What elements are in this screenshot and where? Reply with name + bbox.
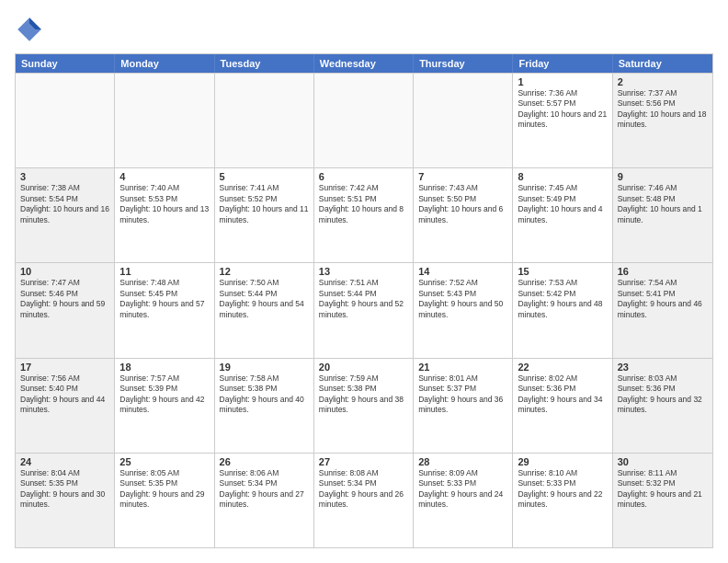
day-info: Sunrise: 7:43 AM Sunset: 5:50 PM Dayligh… [418,183,507,225]
day-info: Sunrise: 7:36 AM Sunset: 5:57 PM Dayligh… [518,88,607,131]
day-number: 29 [518,456,607,467]
calendar-cell: 4Sunrise: 7:40 AM Sunset: 5:53 PM Daylig… [115,168,214,262]
day-number: 26 [220,456,309,467]
day-number: 2 [618,76,708,87]
day-info: Sunrise: 7:37 AM Sunset: 5:56 PM Dayligh… [618,88,708,131]
day-number: 11 [119,266,209,277]
calendar-cell: 13Sunrise: 7:51 AM Sunset: 5:44 PM Dayli… [314,263,414,357]
calendar-cell: 1Sunrise: 7:36 AM Sunset: 5:57 PM Daylig… [513,74,612,167]
weekday-header-tuesday: Tuesday [215,54,314,73]
calendar-cell: 6Sunrise: 7:42 AM Sunset: 5:51 PM Daylig… [314,168,414,262]
day-info: Sunrise: 8:01 AM Sunset: 5:37 PM Dayligh… [418,373,507,416]
calendar-cell [115,74,214,167]
day-number: 16 [618,266,708,277]
day-number: 1 [518,76,607,87]
calendar-cell: 19Sunrise: 7:58 AM Sunset: 5:38 PM Dayli… [215,359,314,453]
day-info: Sunrise: 7:46 AM Sunset: 5:48 PM Dayligh… [618,183,708,225]
weekday-header-wednesday: Wednesday [314,54,414,73]
day-info: Sunrise: 8:09 AM Sunset: 5:33 PM Dayligh… [418,468,507,511]
day-number: 7 [418,171,507,182]
day-info: Sunrise: 7:45 AM Sunset: 5:49 PM Dayligh… [518,183,607,225]
day-number: 25 [119,456,209,467]
logo [15,15,48,44]
day-info: Sunrise: 7:53 AM Sunset: 5:42 PM Dayligh… [518,278,607,320]
calendar-row-5: 24Sunrise: 8:04 AM Sunset: 5:35 PM Dayli… [16,453,712,547]
calendar-cell [16,74,115,167]
day-number: 21 [418,362,507,373]
day-number: 28 [418,456,507,467]
calendar: SundayMondayTuesdayWednesdayThursdayFrid… [15,53,713,548]
day-number: 10 [20,266,109,277]
calendar-cell [414,74,513,167]
day-number: 19 [220,362,309,373]
calendar-cell: 15Sunrise: 7:53 AM Sunset: 5:42 PM Dayli… [513,263,612,357]
calendar-cell: 7Sunrise: 7:43 AM Sunset: 5:50 PM Daylig… [414,168,513,262]
calendar-cell [215,74,314,167]
day-info: Sunrise: 8:08 AM Sunset: 5:34 PM Dayligh… [319,468,408,511]
calendar-cell: 12Sunrise: 7:50 AM Sunset: 5:44 PM Dayli… [215,263,314,357]
day-info: Sunrise: 7:59 AM Sunset: 5:38 PM Dayligh… [319,373,408,416]
day-info: Sunrise: 7:57 AM Sunset: 5:39 PM Dayligh… [119,373,209,416]
day-number: 9 [618,171,708,182]
day-info: Sunrise: 8:02 AM Sunset: 5:36 PM Dayligh… [518,373,607,416]
day-number: 23 [618,362,708,373]
calendar-cell [314,74,414,167]
day-number: 20 [319,362,408,373]
page: SundayMondayTuesdayWednesdayThursdayFrid… [0,0,728,563]
calendar-cell: 30Sunrise: 8:11 AM Sunset: 5:32 PM Dayli… [613,454,712,547]
weekday-header-monday: Monday [115,54,214,73]
logo-icon [15,15,44,44]
weekday-header-thursday: Thursday [414,54,513,73]
calendar-cell: 23Sunrise: 8:03 AM Sunset: 5:36 PM Dayli… [613,359,712,453]
calendar-cell: 9Sunrise: 7:46 AM Sunset: 5:48 PM Daylig… [613,168,712,262]
day-number: 12 [220,266,309,277]
calendar-cell: 11Sunrise: 7:48 AM Sunset: 5:45 PM Dayli… [115,263,214,357]
day-info: Sunrise: 7:41 AM Sunset: 5:52 PM Dayligh… [220,183,309,225]
day-info: Sunrise: 8:06 AM Sunset: 5:34 PM Dayligh… [220,468,309,511]
day-number: 18 [119,362,209,373]
calendar-cell: 14Sunrise: 7:52 AM Sunset: 5:43 PM Dayli… [414,263,513,357]
calendar-row-3: 10Sunrise: 7:47 AM Sunset: 5:46 PM Dayli… [16,262,712,357]
calendar-cell: 28Sunrise: 8:09 AM Sunset: 5:33 PM Dayli… [414,454,513,547]
day-number: 4 [119,171,209,182]
day-number: 3 [20,171,109,182]
calendar-cell: 21Sunrise: 8:01 AM Sunset: 5:37 PM Dayli… [414,359,513,453]
day-number: 24 [20,456,109,467]
weekday-header-friday: Friday [513,54,612,73]
day-info: Sunrise: 7:54 AM Sunset: 5:41 PM Dayligh… [618,278,708,320]
calendar-cell: 2Sunrise: 7:37 AM Sunset: 5:56 PM Daylig… [613,74,712,167]
calendar-cell: 10Sunrise: 7:47 AM Sunset: 5:46 PM Dayli… [16,263,115,357]
day-info: Sunrise: 7:42 AM Sunset: 5:51 PM Dayligh… [319,183,408,225]
day-number: 5 [220,171,309,182]
calendar-cell: 22Sunrise: 8:02 AM Sunset: 5:36 PM Dayli… [513,359,612,453]
day-info: Sunrise: 7:51 AM Sunset: 5:44 PM Dayligh… [319,278,408,320]
calendar-header: SundayMondayTuesdayWednesdayThursdayFrid… [16,54,712,73]
calendar-row-1: 1Sunrise: 7:36 AM Sunset: 5:57 PM Daylig… [16,73,712,167]
calendar-cell: 5Sunrise: 7:41 AM Sunset: 5:52 PM Daylig… [215,168,314,262]
day-info: Sunrise: 7:40 AM Sunset: 5:53 PM Dayligh… [119,183,209,225]
day-number: 27 [319,456,408,467]
day-info: Sunrise: 8:11 AM Sunset: 5:32 PM Dayligh… [618,468,708,511]
day-info: Sunrise: 7:38 AM Sunset: 5:54 PM Dayligh… [20,183,109,225]
calendar-cell: 20Sunrise: 7:59 AM Sunset: 5:38 PM Dayli… [314,359,414,453]
calendar-cell: 26Sunrise: 8:06 AM Sunset: 5:34 PM Dayli… [215,454,314,547]
day-info: Sunrise: 7:56 AM Sunset: 5:40 PM Dayligh… [20,373,109,416]
calendar-row-2: 3Sunrise: 7:38 AM Sunset: 5:54 PM Daylig… [16,167,712,262]
day-info: Sunrise: 8:04 AM Sunset: 5:35 PM Dayligh… [20,468,109,511]
calendar-row-4: 17Sunrise: 7:56 AM Sunset: 5:40 PM Dayli… [16,358,712,453]
day-number: 17 [20,362,109,373]
weekday-header-sunday: Sunday [16,54,115,73]
weekday-header-saturday: Saturday [613,54,712,73]
calendar-cell: 29Sunrise: 8:10 AM Sunset: 5:33 PM Dayli… [513,454,612,547]
calendar-body: 1Sunrise: 7:36 AM Sunset: 5:57 PM Daylig… [16,73,712,547]
calendar-cell: 8Sunrise: 7:45 AM Sunset: 5:49 PM Daylig… [513,168,612,262]
day-info: Sunrise: 8:03 AM Sunset: 5:36 PM Dayligh… [618,373,708,416]
header [15,15,713,44]
calendar-cell: 16Sunrise: 7:54 AM Sunset: 5:41 PM Dayli… [613,263,712,357]
day-number: 8 [518,171,607,182]
calendar-cell: 25Sunrise: 8:05 AM Sunset: 5:35 PM Dayli… [115,454,214,547]
calendar-cell: 3Sunrise: 7:38 AM Sunset: 5:54 PM Daylig… [16,168,115,262]
day-info: Sunrise: 7:58 AM Sunset: 5:38 PM Dayligh… [220,373,309,416]
day-info: Sunrise: 7:50 AM Sunset: 5:44 PM Dayligh… [220,278,309,320]
day-info: Sunrise: 8:05 AM Sunset: 5:35 PM Dayligh… [119,468,209,511]
